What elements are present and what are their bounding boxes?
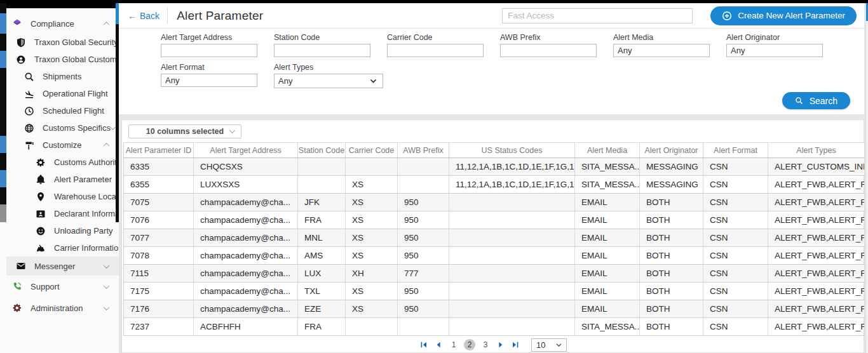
- alert-originator-input[interactable]: [726, 44, 823, 57]
- pagination-page-2[interactable]: 2: [464, 339, 475, 350]
- pagination-next-button[interactable]: [496, 340, 506, 350]
- table-cell: 7175: [124, 283, 194, 300]
- table-row[interactable]: 7078champacademy@cha...AMSXS950EMAILBOTH…: [124, 247, 865, 265]
- pagination-page-3[interactable]: 3: [480, 339, 491, 350]
- page-title: Alert Parameter: [177, 9, 263, 23]
- table-cell: ALERT_FWB,ALERT_FH...: [768, 318, 865, 336]
- pagination-last-button[interactable]: [510, 340, 520, 350]
- sidebar-item-alert-parameter[interactable]: Alert Parameter: [6, 171, 119, 188]
- sidebar-item-warehouse-location[interactable]: Warehouse Location: [6, 188, 119, 205]
- sidebar-item-customs-authority[interactable]: Customs Authority...: [6, 154, 119, 171]
- table-cell: XS: [346, 176, 398, 194]
- table-cell: ALERT_FWB,ALERT_FH...: [768, 194, 865, 211]
- column-header-station-code[interactable]: Station Code: [298, 143, 346, 158]
- column-header-us-status-codes[interactable]: US Status Codes: [449, 143, 575, 158]
- alert-target-address-input[interactable]: [161, 44, 257, 57]
- pagination-first-button[interactable]: [419, 340, 429, 350]
- search-button[interactable]: Search: [782, 92, 850, 109]
- pagination-previous-button[interactable]: [433, 340, 444, 350]
- table-cell: XH: [346, 265, 398, 283]
- sidebar-item-shipments[interactable]: Shipments: [6, 68, 119, 85]
- main-content: Back Alert Parameter Create New Alert Pa…: [119, 0, 868, 353]
- table-row[interactable]: 6355LUXXSXSXS11,12,1A,1B,1C,1D,1E,1F,1G,…: [124, 176, 865, 194]
- table-cell: XS: [346, 229, 398, 247]
- sidebar-item-operational-flight[interactable]: Operational Flight: [6, 85, 119, 102]
- table-cell: EZE: [298, 300, 346, 318]
- table-cell: [449, 211, 575, 229]
- create-new-alert-parameter-button[interactable]: Create New Alert Parameter: [710, 6, 857, 25]
- sidebar-item-customs-specifics[interactable]: Customs Specifics: [6, 119, 119, 137]
- table-row[interactable]: 7076champacademy@cha...FRAXS950EMAILBOTH…: [124, 211, 865, 229]
- table-row[interactable]: 7115champacademy@cha...LUXXH777EMAILBOTH…: [124, 265, 865, 283]
- table-cell: BOTH: [640, 194, 703, 211]
- filter-field-alert-originator: Alert Originator: [726, 33, 839, 57]
- column-header-alert-types[interactable]: Alert Types: [768, 143, 865, 158]
- sidebar-divider-scrollbar[interactable]: [116, 3, 119, 222]
- main-scrollbar[interactable]: [865, 3, 868, 353]
- column-header-alert-parameter-id[interactable]: Alert Parameter ID: [124, 143, 194, 158]
- sidebar-item-customize[interactable]: Customize: [6, 137, 119, 154]
- sidebar-item-declarant-informat[interactable]: Declarant Informat...: [6, 205, 119, 222]
- sidebar-item-label: Support: [31, 282, 60, 291]
- sidebar-item-messenger[interactable]: Messenger: [6, 256, 119, 276]
- awb-prefix-input[interactable]: [500, 44, 597, 57]
- carrier-code-input[interactable]: [387, 44, 484, 57]
- column-header-alert-media[interactable]: Alert Media: [575, 143, 640, 158]
- table-cell: EMAIL: [575, 247, 640, 265]
- card-icon: [35, 208, 46, 219]
- fast-access-input[interactable]: [502, 8, 693, 23]
- table-cell: XS: [346, 300, 398, 318]
- filter-field-awb-prefix: AWB Prefix: [500, 33, 613, 57]
- gear-icon: [11, 303, 22, 314]
- columns-selector-dropdown[interactable]: 10 columns selected: [128, 124, 241, 138]
- table-cell: XS: [346, 247, 398, 265]
- sidebar-item-unloading-party[interactable]: Unloading Party: [6, 222, 119, 239]
- table-row[interactable]: 6335CHQCSXS11,12,1A,1B,1C,1D,1E,1F,1G,1H…: [124, 158, 865, 176]
- chevron-down-icon: [104, 283, 110, 289]
- sidebar-item-support[interactable]: Support: [6, 276, 119, 297]
- column-header-alert-target-address[interactable]: Alert Target Address: [194, 143, 298, 158]
- table-cell: FRA: [298, 211, 346, 229]
- station-code-input[interactable]: [274, 44, 370, 57]
- table-row[interactable]: 7077champacademy@cha...MNLXS950EMAILBOTH…: [124, 229, 865, 247]
- column-header-alert-originator[interactable]: Alert Originator: [640, 143, 703, 158]
- sidebar-item-label: Alert Parameter: [54, 175, 112, 184]
- column-header-carrier-code[interactable]: Carrier Code: [346, 143, 398, 158]
- sidebar-item-administration[interactable]: Administration: [6, 297, 119, 319]
- table-cell: ALERT_FWB,ALERT_FH...: [768, 176, 865, 194]
- table-row[interactable]: 7176champacademy@cha...EZEXS950EMAILBOTH…: [124, 300, 865, 318]
- table-row[interactable]: 7237ACBFHFHFRASITA_MESSA...BOTHCSNALERT_…: [124, 318, 865, 336]
- sidebar-item-label: Scheduled Flight: [43, 106, 104, 116]
- sidebar-scroll-thumb[interactable]: [116, 3, 119, 24]
- table-cell: [449, 283, 575, 300]
- filter-label: Alert Media: [613, 33, 726, 42]
- alert-types-select[interactable]: Any: [274, 74, 383, 88]
- column-header-alert-format[interactable]: Alert Format: [703, 143, 768, 158]
- table-cell: LUXXSXS: [194, 176, 298, 194]
- sidebar-item-carrier-information[interactable]: Carrier Information: [6, 239, 119, 256]
- table-cell: 7176: [124, 300, 194, 318]
- alert-media-input[interactable]: [613, 44, 710, 57]
- table-cell: MNL: [298, 229, 346, 247]
- sidebar-item-traxon-global-security[interactable]: Traxon Global Security: [6, 34, 119, 51]
- back-button[interactable]: Back: [128, 11, 159, 21]
- table-row[interactable]: 7075champacademy@cha...JFKXS950EMAILBOTH…: [124, 194, 865, 211]
- table-cell: EMAIL: [575, 283, 640, 300]
- page-size-select[interactable]: 10: [531, 338, 567, 352]
- table-cell: ALERT_FWB,ALERT_FH...: [768, 247, 865, 265]
- alert-format-input[interactable]: [161, 74, 257, 87]
- app-root: ComplianceTraxon Global SecurityTraxon G…: [0, 0, 868, 353]
- table-cell: BOTH: [640, 318, 703, 336]
- sidebar-item-compliance[interactable]: Compliance: [6, 13, 119, 34]
- column-header-awb-prefix[interactable]: AWB Prefix: [398, 143, 449, 158]
- sidebar-item-scheduled-flight[interactable]: Scheduled Flight: [6, 102, 119, 119]
- table-cell: MESSAGING: [640, 176, 703, 194]
- sidebar-item-traxon-global-customs[interactable]: Traxon Global Customs: [6, 51, 119, 68]
- pagination-page-1[interactable]: 1: [448, 339, 459, 350]
- table-cell: LUX: [298, 265, 346, 283]
- rail-scroll-thumb[interactable]: [0, 204, 6, 222]
- table-cell: CSN: [703, 158, 768, 176]
- table-row[interactable]: 7175champacademy@cha...TXLXS950EMAILBOTH…: [124, 283, 865, 300]
- chevron-down-icon: [555, 342, 562, 349]
- active-indicator-traxon-global-customs: [0, 51, 6, 68]
